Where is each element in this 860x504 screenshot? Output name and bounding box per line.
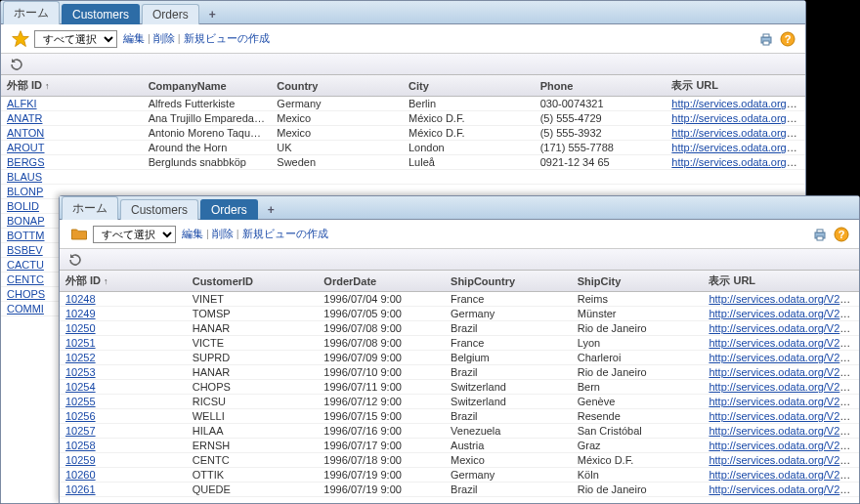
table-row[interactable]: ANATRAna Trujillo Emparedados y he…Mexic…: [1, 111, 805, 126]
help-icon[interactable]: ?: [780, 31, 796, 47]
id-link[interactable]: 10250: [65, 322, 96, 334]
more-icon[interactable]: …: [855, 322, 859, 334]
id-link[interactable]: 10255: [65, 396, 96, 407]
url-link[interactable]: http://services.odata.org/V2/…: [709, 425, 853, 437]
url-link[interactable]: http://services.odata.org/V2/…: [671, 112, 805, 124]
table-row[interactable]: 10249TOMSP1996/07/05 9:00GermanyMünsterh…: [60, 307, 859, 321]
id-link[interactable]: BOLID: [7, 200, 39, 212]
select-all-dropdown[interactable]: すべて選択: [93, 226, 176, 243]
help-icon[interactable]: ?: [834, 227, 849, 242]
col-ext-id[interactable]: 外部 ID↑: [1, 78, 143, 93]
id-link[interactable]: 10251: [65, 337, 96, 349]
printer-icon[interactable]: [758, 31, 774, 47]
col-city[interactable]: City: [403, 80, 535, 92]
delete-link[interactable]: 削除: [153, 32, 175, 44]
url-link[interactable]: http://services.odata.org/V2/…: [709, 366, 853, 378]
url-link[interactable]: http://services.odata.org/V2/…: [671, 142, 805, 153]
url-link[interactable]: http://services.odata.org/V2/…: [709, 337, 853, 349]
more-icon[interactable]: …: [855, 483, 859, 495]
url-link[interactable]: http://services.odata.org/V2/…: [709, 352, 853, 363]
more-icon[interactable]: …: [855, 308, 859, 319]
new-view-link[interactable]: 新規ビューの作成: [184, 32, 270, 44]
tab-customers[interactable]: Customers: [62, 4, 140, 24]
id-link[interactable]: COMMI: [7, 303, 44, 315]
more-icon[interactable]: …: [855, 352, 859, 363]
tab-add[interactable]: +: [201, 5, 224, 24]
select-all-dropdown[interactable]: すべて選択: [34, 30, 117, 48]
tab-home[interactable]: ホーム: [62, 196, 118, 220]
url-link[interactable]: http://services.odata.org/V2/…: [709, 396, 853, 407]
id-link[interactable]: BSBEV: [7, 244, 43, 256]
tab-orders[interactable]: Orders: [142, 4, 199, 24]
id-link[interactable]: CACTU: [7, 259, 44, 271]
id-link[interactable]: ALFKI: [7, 98, 37, 109]
id-link[interactable]: CHOPS: [7, 288, 45, 300]
col-ext-id[interactable]: 外部 ID↑: [60, 273, 187, 288]
id-link[interactable]: 10253: [65, 366, 96, 378]
id-link[interactable]: BLONP: [7, 186, 43, 197]
col-url[interactable]: 表示 URL: [666, 78, 805, 93]
id-link[interactable]: ANATR: [7, 112, 42, 124]
table-row[interactable]: 10252SUPRD1996/07/09 9:00BelgiumCharlero…: [60, 351, 859, 365]
id-link[interactable]: 10257: [65, 425, 96, 437]
refresh-icon[interactable]: [9, 57, 24, 72]
more-icon[interactable]: …: [855, 410, 859, 422]
url-link[interactable]: http://services.odata.org/V2/…: [709, 483, 853, 495]
tab-orders[interactable]: Orders: [200, 199, 258, 220]
new-view-link[interactable]: 新規ビューの作成: [242, 228, 328, 239]
col-customer-id[interactable]: CustomerID: [187, 275, 319, 287]
url-link[interactable]: http://services.odata.org/V2/…: [709, 410, 853, 422]
delete-link[interactable]: 削除: [212, 228, 234, 239]
more-icon[interactable]: …: [855, 293, 859, 305]
col-order-date[interactable]: OrderDate: [318, 275, 445, 287]
table-row[interactable]: 10251VICTE1996/07/08 9:00FranceLyonhttp:…: [60, 336, 859, 351]
id-link[interactable]: 10260: [65, 469, 96, 481]
id-link[interactable]: 10256: [65, 410, 96, 422]
col-company[interactable]: CompanyName: [143, 80, 272, 92]
id-link[interactable]: 10248: [65, 293, 96, 305]
more-icon[interactable]: …: [855, 425, 859, 437]
url-link[interactable]: http://services.odata.org/V2/…: [709, 454, 853, 466]
table-row[interactable]: 10248VINET1996/07/04 9:00FranceReimshttp…: [60, 292, 859, 307]
more-icon[interactable]: …: [855, 396, 859, 407]
url-link[interactable]: http://services.odata.org/V2/…: [709, 381, 853, 393]
col-country[interactable]: Country: [271, 80, 403, 92]
url-link[interactable]: http://services.odata.org/V2/…: [671, 98, 805, 109]
id-link[interactable]: CENTC: [7, 273, 44, 285]
url-link[interactable]: http://services.odata.org/V2/…: [671, 127, 805, 139]
id-link[interactable]: AROUT: [7, 142, 45, 153]
id-link[interactable]: BONAP: [7, 215, 45, 227]
tab-customers[interactable]: Customers: [120, 199, 198, 220]
id-link[interactable]: 10249: [65, 308, 96, 319]
col-url[interactable]: 表示 URL: [703, 273, 859, 288]
edit-link[interactable]: 編集: [123, 32, 145, 44]
more-icon[interactable]: …: [855, 469, 859, 481]
url-link[interactable]: http://services.odata.org/V2/…: [671, 156, 805, 168]
more-icon[interactable]: …: [855, 381, 859, 393]
url-link[interactable]: http://services.odata.org/V2/…: [709, 469, 853, 481]
more-icon[interactable]: …: [855, 454, 859, 466]
refresh-icon[interactable]: [67, 252, 83, 268]
url-link[interactable]: http://services.odata.org/V2/…: [709, 440, 853, 451]
id-link[interactable]: BOTTM: [7, 230, 45, 241]
url-link[interactable]: http://services.odata.org/V2/…: [709, 293, 853, 305]
more-icon[interactable]: …: [855, 440, 859, 451]
table-row[interactable]: 10256WELLI1996/07/15 9:00BrazilResendeht…: [60, 409, 859, 424]
col-ship-country[interactable]: ShipCountry: [445, 275, 572, 287]
id-link[interactable]: 10259: [65, 454, 96, 466]
tab-home[interactable]: ホーム: [3, 1, 60, 24]
id-link[interactable]: 10258: [65, 440, 96, 451]
table-row[interactable]: BERGSBerglunds snabbköpSwedenLuleå0921-1…: [1, 155, 805, 170]
printer-icon[interactable]: [812, 227, 828, 242]
more-icon[interactable]: …: [855, 337, 859, 349]
table-row[interactable]: 10259CENTC1996/07/18 9:00MexicoMéxico D.…: [60, 453, 859, 468]
table-row[interactable]: 10255RICSU1996/07/12 9:00SwitzerlandGenè…: [60, 395, 859, 409]
id-link[interactable]: BLAUS: [7, 171, 42, 183]
table-row[interactable]: 10260OTTIK1996/07/19 9:00GermanyKölnhttp…: [60, 468, 859, 483]
table-row[interactable]: 10254CHOPS1996/07/11 9:00SwitzerlandBern…: [60, 380, 859, 395]
id-link[interactable]: ANTON: [7, 127, 44, 139]
id-link[interactable]: 10252: [65, 352, 96, 363]
table-row[interactable]: 10258ERNSH1996/07/17 9:00AustriaGrazhttp…: [60, 439, 859, 453]
edit-link[interactable]: 編集: [182, 228, 203, 239]
tab-add[interactable]: +: [260, 200, 282, 220]
